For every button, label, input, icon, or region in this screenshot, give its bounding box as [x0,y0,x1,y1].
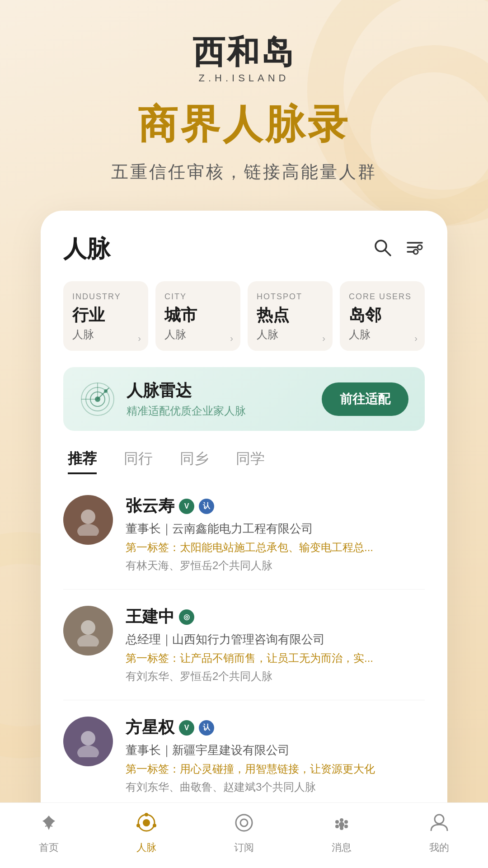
svg-point-35 [335,820,339,824]
category-name-main-0: 行业 [72,304,139,326]
category-name-sub-0: 人脉 [72,327,139,342]
radar-info: 人脉雷达 精准适配优质企业家人脉 [127,380,246,418]
nav-item-人脉[interactable]: 人脉 [115,812,178,854]
person-name: 王建中 [126,606,174,628]
avatar-placeholder [63,495,113,545]
nav-item-消息[interactable]: 消息 [310,812,373,854]
person-item[interactable]: 王建中 ◎ 总经理｜山西知行力管理咨询有限公司 第一标签：让产品不销而售，让员工… [63,590,425,700]
person-name-row: 方星权 V认 [126,717,425,739]
category-name-main-1: 城市 [164,304,231,326]
svg-point-26 [153,824,156,827]
svg-point-28 [236,815,252,831]
category-card-0[interactable]: INDUSTRY 行业 人脉 › [63,281,148,351]
app-logo: 西和岛 [192,36,296,69]
category-arrow-1: › [230,333,233,344]
nav-item-订阅[interactable]: 订阅 [212,812,276,854]
person-badge-2-0: V [179,720,194,736]
person-badge-0-1: 认 [199,499,214,514]
svg-point-31 [344,820,348,824]
category-card-1[interactable]: CITY 城市 人脉 › [155,281,240,351]
category-card-2[interactable]: HOTSPOT 热点 人脉 › [248,281,333,351]
person-tag: 第一标签：太阳能电站施工总承包、输变电工程总... [126,540,425,555]
person-badge-2-1: 认 [199,720,214,736]
card-title: 人脉 [63,233,110,265]
svg-point-5 [418,245,422,250]
category-grid: INDUSTRY 行业 人脉 › CITY 城市 人脉 › HOTSPOT 热点… [63,281,425,351]
tab-3[interactable]: 同学 [236,449,265,474]
nav-item-首页[interactable]: 首页 [17,812,80,854]
tab-bar: 推荐同行同乡同学 [63,449,425,474]
tab-1[interactable]: 同行 [124,449,153,474]
svg-point-29 [240,819,248,826]
nav-icon-4 [428,812,450,837]
person-info: 王建中 ◎ 总经理｜山西知行力管理咨询有限公司 第一标签：让产品不销而售，让员工… [126,606,425,684]
person-title: 董事长｜云南鑫能电力工程有限公司 [126,521,425,537]
radar-title: 人脉雷达 [127,380,246,402]
person-mutual: 有刘东华、曲敬鲁、赵建斌3个共同人脉 [126,780,425,794]
category-label-1: CITY [164,292,231,302]
svg-point-17 [81,620,95,635]
nav-item-我的[interactable]: 我的 [408,812,471,854]
radar-icon [80,381,116,417]
app-logo-subtitle: Z.H.ISLAND [198,72,289,84]
logo-area: 西和岛 Z.H.ISLAND [192,36,296,84]
category-arrow-2: › [322,333,325,344]
person-name-row: 张云寿 V认 [126,495,425,517]
svg-point-27 [136,824,140,827]
tab-0[interactable]: 推荐 [68,449,97,474]
person-name: 方星权 [126,717,174,739]
category-arrow-3: › [414,333,418,344]
svg-line-13 [98,388,109,399]
nav-label-0: 首页 [39,841,59,854]
card-header: 人脉 [63,233,425,265]
svg-point-6 [413,250,418,254]
category-card-3[interactable]: CORE USERS 岛邻 人脉 › [340,281,425,351]
svg-point-14 [104,389,108,393]
category-name-main-3: 岛邻 [349,304,416,326]
person-name: 张云寿 [126,495,174,517]
hero-title: 商界人脉录 [138,98,350,151]
svg-point-18 [77,635,99,646]
tab-2[interactable]: 同乡 [180,449,209,474]
svg-point-25 [145,813,148,816]
person-badge-0-0: V [179,499,194,514]
radar-banner[interactable]: 人脉雷达 精准适配优质企业家人脉 前往适配 [63,367,425,431]
person-item[interactable]: 方星权 V认 董事长｜新疆宇星建设有限公司 第一标签：用心灵碰撞，用智慧链接，让… [63,700,425,811]
header-icons [372,237,425,261]
nav-icon-1 [136,812,157,837]
svg-point-24 [143,819,150,826]
nav-label-3: 消息 [332,841,352,854]
category-name-sub-1: 人脉 [164,327,231,342]
category-name-main-2: 热点 [257,304,324,326]
category-arrow-0: › [138,333,141,344]
svg-point-19 [81,731,95,745]
person-info: 方星权 V认 董事长｜新疆宇星建设有限公司 第一标签：用心灵碰撞，用智慧链接，让… [126,717,425,794]
nav-label-2: 订阅 [234,841,254,854]
svg-point-16 [77,524,99,536]
person-mutual: 有林天海、罗恒岳2个共同人脉 [126,558,425,573]
nav-icon-3 [331,812,352,837]
person-tag: 第一标签：用心灵碰撞，用智慧链接，让资源更大化 [126,762,425,776]
nav-label-1: 人脉 [136,841,156,854]
person-mutual: 有刘东华、罗恒岳2个共同人脉 [126,669,425,684]
person-info: 张云寿 V认 董事长｜云南鑫能电力工程有限公司 第一标签：太阳能电站施工总承包、… [126,495,425,573]
person-badge-1-0: ◎ [179,609,194,625]
radar-left: 人脉雷达 精准适配优质企业家人脉 [80,380,246,418]
person-item[interactable]: 张云寿 V认 董事长｜云南鑫能电力工程有限公司 第一标签：太阳能电站施工总承包、… [63,479,425,590]
category-label-3: CORE USERS [349,292,416,302]
category-label-0: INDUSTRY [72,292,139,302]
svg-point-37 [435,815,444,824]
nav-icon-0 [38,812,60,837]
svg-point-30 [340,818,343,822]
radar-button[interactable]: 前往适配 [322,382,408,416]
search-icon[interactable] [372,237,392,261]
person-tag: 第一标签：让产品不销而售，让员工无为而治，实... [126,651,425,665]
person-avatar [63,717,113,766]
person-title: 董事长｜新疆宇星建设有限公司 [126,742,425,758]
svg-point-36 [339,822,344,827]
svg-point-20 [77,745,99,757]
person-name-row: 王建中 ◎ [126,606,425,628]
filter-icon[interactable] [405,237,425,261]
main-card: 人脉 [41,211,447,868]
svg-point-34 [335,825,339,828]
